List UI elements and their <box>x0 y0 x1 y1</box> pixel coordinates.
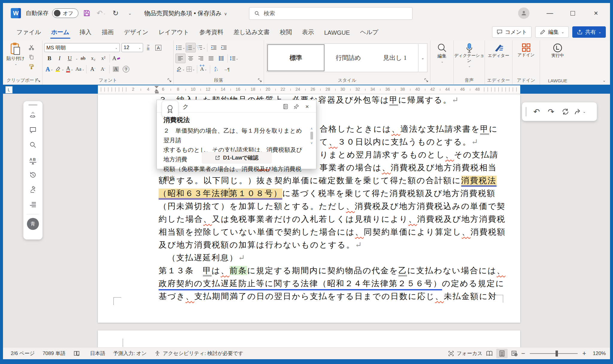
ruby-button[interactable]: ア亜 <box>143 43 153 52</box>
tab-レイアウト[interactable]: レイアウト <box>154 25 194 40</box>
shrink-font-button[interactable]: Aˇ <box>98 64 108 74</box>
zoom-in-button[interactable]: + <box>581 350 587 357</box>
dictation-button[interactable]: ディクテーション ⌄ <box>454 43 485 69</box>
scroll-down-icon[interactable]: ∨ <box>309 141 314 145</box>
enclose-border-button[interactable]: A <box>153 43 163 52</box>
superscript-button[interactable]: x² <box>98 54 108 63</box>
left-indent-marker[interactable] <box>155 92 159 93</box>
zoom-slider-thumb[interactable] <box>556 351 558 357</box>
distribute-button[interactable] <box>216 54 226 63</box>
font-name-select[interactable]: MS 明朝⌄ <box>44 43 120 52</box>
redo-suggestion-button[interactable]: ↷ <box>544 105 558 118</box>
user-avatar[interactable]: 青 <box>27 218 39 230</box>
share-button[interactable]: 共有⌄ <box>572 26 606 38</box>
font-dialog-launcher[interactable] <box>167 78 172 83</box>
accessibility-status[interactable]: アクセシビリティ: 検討が必要です <box>154 350 243 357</box>
tab-参考資料[interactable]: 参考資料 <box>194 25 228 40</box>
tab-ホーム[interactable]: ホーム <box>46 25 75 40</box>
comments-button[interactable]: コメント <box>492 26 532 38</box>
style-item-標準[interactable]: 標準 <box>267 44 324 71</box>
focus-mode-button[interactable]: フォーカス <box>448 350 482 357</box>
scroll-up-icon[interactable]: ∧ <box>309 126 314 131</box>
pin-button[interactable] <box>291 102 302 111</box>
tab-差し込み文書[interactable]: 差し込み文書 <box>228 25 275 40</box>
addins-button[interactable]: アドイン <box>512 43 540 57</box>
compare-button[interactable]: AB <box>26 152 40 167</box>
italic-button[interactable]: I <box>54 54 65 63</box>
zoom-out-button[interactable]: − <box>520 350 526 357</box>
highlight-color-button[interactable]: ⌄ <box>54 64 65 74</box>
borders-button[interactable]: ⌄ <box>186 64 196 74</box>
styles-more-button[interactable]: ⌄ <box>418 43 427 72</box>
copy-button[interactable] <box>26 52 37 62</box>
tab-ヘルプ[interactable]: ヘルプ <box>355 25 383 40</box>
zoom-slider[interactable] <box>530 353 578 354</box>
justify-button[interactable] <box>206 54 216 63</box>
send-button[interactable]: ⌄ <box>573 105 587 118</box>
clipboard-dialog-launcher[interactable] <box>36 78 41 83</box>
grow-font-button[interactable]: Aˆ <box>88 64 98 74</box>
undo-button[interactable]: ↶⌄ <box>95 7 107 19</box>
tab-挿入[interactable]: 挿入 <box>75 25 97 40</box>
tab-表示[interactable]: 表示 <box>297 25 319 40</box>
increase-indent-button[interactable] <box>219 43 229 52</box>
tab-描画[interactable]: 描画 <box>97 25 119 40</box>
horizontal-ruler[interactable]: 2468101214161820222426283032343638404244… <box>98 85 520 94</box>
prediction-indicator[interactable]: 予測入力: オン <box>113 350 147 357</box>
font-size-select[interactable]: 12⌄ <box>122 43 143 52</box>
multilevel-list-button[interactable]: 1ai⌄ <box>196 43 206 52</box>
subscript-button[interactable]: x₂ <box>88 54 98 63</box>
text-effects-button[interactable]: A⌄ <box>44 64 54 74</box>
character-scale-button[interactable]: A⌄ <box>198 64 209 74</box>
align-left-button[interactable] <box>175 54 186 63</box>
bold-button[interactable]: B <box>44 54 54 63</box>
page-indicator[interactable]: 2/6 ページ <box>11 350 35 357</box>
popup-scrollbar[interactable]: ∧ ∨ <box>309 126 314 150</box>
outline-button[interactable] <box>26 197 40 212</box>
strikethrough-button[interactable]: ab <box>78 54 88 63</box>
history-button[interactable] <box>26 167 40 182</box>
autosave-toggle[interactable]: オフ <box>52 8 78 18</box>
note-button[interactable] <box>280 102 291 111</box>
numbering-button[interactable]: 123⌄ <box>186 43 196 52</box>
tab-校閲[interactable]: 校閲 <box>275 25 297 40</box>
font-color-button[interactable]: A⌄ <box>65 64 75 74</box>
quick-access-chevron-icon[interactable]: ⌄ <box>124 7 136 19</box>
document-title[interactable]: 物品売買契約条項 • 保存済み∨ <box>144 9 227 17</box>
citation-badge-button[interactable] <box>162 101 178 117</box>
format-painter-button[interactable] <box>26 62 37 72</box>
formatting-marks-button[interactable]: →¶ <box>221 64 232 74</box>
undo-suggestion-button[interactable]: ↶ <box>529 105 544 118</box>
read-mode-button[interactable] <box>484 349 495 358</box>
zoom-level[interactable]: 120% <box>587 351 606 357</box>
paragraph-dialog-launcher[interactable] <box>258 78 263 83</box>
panel-drag-handle[interactable] <box>28 104 37 106</box>
word-count[interactable]: 7089 単語 <box>43 350 66 357</box>
first-line-indent-marker[interactable] <box>154 86 159 88</box>
ribbon-collapse-chevron-icon[interactable]: ⌄ <box>603 78 606 83</box>
search-panel-button[interactable] <box>26 137 40 152</box>
d1law-button[interactable]: D1-Lawで確認 <box>202 152 272 164</box>
popup-close-button[interactable]: × <box>302 102 312 111</box>
page-2[interactable] <box>98 330 520 347</box>
print-layout-button[interactable] <box>496 349 508 358</box>
bullets-button[interactable]: ⌄ <box>175 43 186 52</box>
character-shading-button[interactable]: A <box>111 64 121 74</box>
editor-button[interactable]: エディター <box>485 43 512 58</box>
sync-button[interactable] <box>558 105 573 118</box>
line-spacing-button[interactable]: ⌄ <box>229 54 239 63</box>
underline-chevron-icon[interactable]: ⌄ <box>75 57 78 60</box>
comments-panel-button[interactable] <box>26 122 40 137</box>
search-input[interactable]: 検索 <box>249 7 412 20</box>
suggestions-button[interactable] <box>26 107 40 122</box>
clear-formatting-button[interactable]: A <box>111 54 121 63</box>
save-button[interactable] <box>81 7 93 19</box>
editing-mode-button[interactable]: 編集⌄ <box>535 26 569 38</box>
account-avatar[interactable] <box>515 3 533 23</box>
lawgue-running-button[interactable]: 実行中 <box>540 43 575 58</box>
change-case-button[interactable]: Aa⌄ <box>75 64 85 74</box>
tab-LAWGUE[interactable]: LAWGUE <box>319 26 355 40</box>
align-right-button[interactable] <box>196 54 206 63</box>
close-button[interactable]: × <box>587 3 605 23</box>
style-item-行間詰め[interactable]: 行間詰め <box>325 44 372 72</box>
